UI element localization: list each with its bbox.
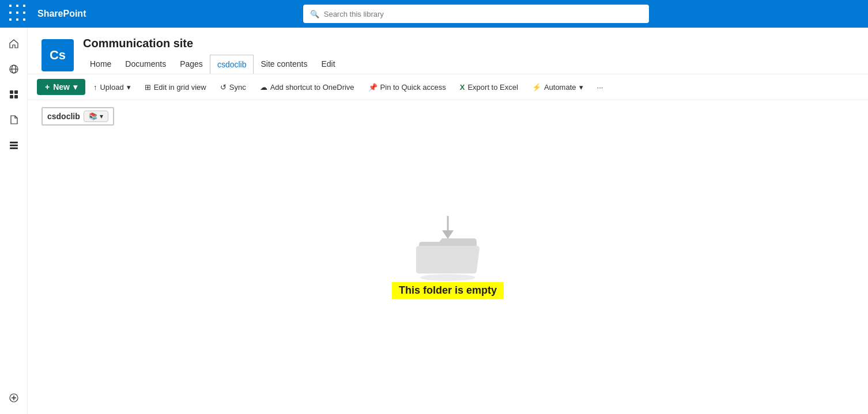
sidebar-add-icon[interactable] [2,386,25,409]
sidebar-document-icon[interactable] [2,108,25,131]
automate-label: Automate [544,83,576,92]
search-box[interactable]: 🔍 [303,5,649,23]
site-nav: Home Documents Pages csdoclib Site conte… [83,55,854,74]
apps-grid-icon[interactable] [9,5,28,24]
main-layout: Cs Communication site Home Documents Pag… [0,28,868,414]
svg-rect-8 [10,145,18,146]
empty-folder-message: This folder is empty [392,282,504,299]
content-area: Cs Communication site Home Documents Pag… [28,28,868,414]
upload-label: Upload [100,83,123,92]
nav-site-contents-link[interactable]: Site contents [254,55,314,73]
breadcrumb-area: csdoclib 📚 ▾ [28,100,868,132]
export-excel-button[interactable]: X Export to Excel [454,79,524,95]
svg-rect-7 [10,142,18,143]
nav-site-contents[interactable]: Site contents [254,55,314,74]
add-shortcut-icon: ☁ [260,83,267,92]
sync-icon: ↺ [220,83,227,92]
breadcrumb-view-button[interactable]: 📚 ▾ [84,111,108,122]
breadcrumb-label: csdoclib [47,112,80,121]
nav-documents-link[interactable]: Documents [118,55,173,73]
automate-chevron-icon: ▾ [579,83,583,92]
sidebar-home-icon[interactable] [2,32,25,55]
svg-rect-3 [10,90,13,94]
svg-rect-4 [14,90,18,94]
pin-button[interactable]: 📌 Pin to Quick access [363,79,452,95]
topbar: SharePoint 🔍 [0,0,868,28]
excel-icon: X [460,83,465,92]
new-chevron-icon: ▾ [73,82,77,92]
site-logo: Cs [41,39,74,71]
sync-button[interactable]: ↺ Sync [214,79,252,95]
svg-rect-5 [10,95,13,98]
new-text: New [53,82,70,92]
nav-csdoclib-link[interactable]: csdoclib [210,55,254,74]
more-icon: ··· [597,83,603,92]
svg-rect-6 [14,95,18,98]
pin-icon: 📌 [368,83,378,92]
sidebar-list-icon[interactable] [2,134,25,157]
upload-chevron-icon: ▾ [127,83,131,92]
nav-home-link[interactable]: Home [83,55,118,73]
site-info: Communication site Home Documents Pages … [83,37,854,74]
automate-button[interactable]: ⚡ Automate ▾ [526,79,589,95]
empty-folder-illustration [407,213,488,282]
svg-marker-14 [442,230,454,239]
sidebar-globe-icon[interactable] [2,58,25,81]
app-logo: SharePoint [37,9,86,19]
library-view-icon: 📚 [89,112,97,120]
new-plus-icon: + [45,82,50,92]
pin-label: Pin to Quick access [380,83,446,92]
new-button[interactable]: + csdoclib New ▾ [37,79,85,95]
nav-edit-link[interactable]: Edit [314,55,342,73]
automate-icon: ⚡ [532,83,541,92]
svg-rect-9 [10,147,18,149]
add-shortcut-label: Add shortcut to OneDrive [270,83,354,92]
grid-view-icon: ⊞ [145,83,151,92]
search-icon: 🔍 [310,10,319,18]
site-title: Communication site [83,37,854,50]
toolbar: + csdoclib New ▾ ↑ Upload ▾ ⊞ Edit in gr… [28,74,868,100]
nav-pages-link[interactable]: Pages [173,55,210,73]
site-header: Cs Communication site Home Documents Pag… [28,28,868,74]
sidebar [0,28,28,414]
nav-pages[interactable]: Pages [173,55,210,74]
more-button[interactable]: ··· [591,79,609,95]
search-input[interactable] [324,10,642,18]
export-label: Export to Excel [467,83,518,92]
upload-button[interactable]: ↑ Upload ▾ [88,79,137,95]
upload-icon: ↑ [93,83,97,92]
sidebar-apps-icon[interactable] [2,83,25,106]
nav-edit[interactable]: Edit [314,55,342,74]
svg-point-15 [420,274,475,281]
empty-folder-area: This folder is empty [28,132,868,414]
breadcrumb-chevron-icon: ▾ [100,112,103,120]
nav-csdoclib[interactable]: csdoclib [210,55,254,74]
nav-home[interactable]: Home [83,55,118,74]
breadcrumb-box: csdoclib 📚 ▾ [41,107,114,126]
add-shortcut-button[interactable]: ☁ Add shortcut to OneDrive [254,79,360,95]
nav-documents[interactable]: Documents [118,55,173,74]
sync-label: Sync [229,83,246,92]
edit-grid-label: Edit in grid view [154,83,206,92]
edit-grid-button[interactable]: ⊞ Edit in grid view [139,79,212,95]
